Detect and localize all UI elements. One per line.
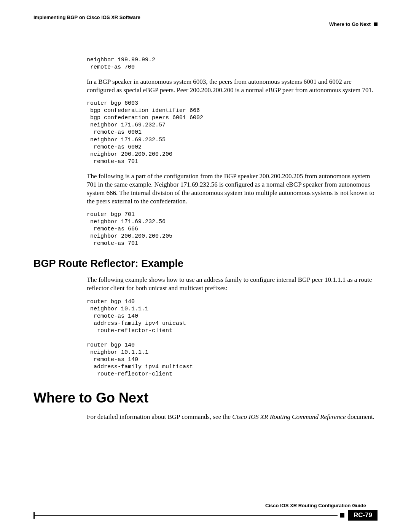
major-heading: Where to Go Next [33, 390, 378, 406]
text-run: document. [346, 413, 375, 420]
header-chapter: Implementing BGP on Cisco IOS XR Softwar… [33, 14, 378, 20]
header-topic-block: Where to Go Next [329, 21, 378, 27]
text-run: For detailed information about BGP comma… [87, 413, 232, 420]
page-number: RC-79 [348, 510, 378, 521]
body-paragraph: In a BGP speaker in autonomous system 60… [87, 78, 378, 94]
square-icon [340, 513, 344, 518]
code-block: neighbor 199.99.99.2 remote-as 700 [87, 56, 378, 71]
code-block: router bgp 6003 bgp confederation identi… [87, 100, 378, 165]
code-block: router bgp 140 neighbor 10.1.1.1 remote-… [87, 298, 378, 378]
header-topic: Where to Go Next [329, 21, 371, 27]
square-icon [374, 22, 378, 26]
page: Implementing BGP on Cisco IOS XR Softwar… [0, 0, 411, 532]
footer-rule [35, 515, 338, 516]
footer-guide: Cisco IOS XR Routing Configuration Guide [33, 503, 378, 508]
page-footer: Cisco IOS XR Routing Configuration Guide… [33, 503, 378, 521]
body-paragraph: The following example shows how to use a… [87, 276, 378, 292]
italic-title: Cisco IOS XR Routing Command Reference [232, 413, 346, 420]
section-heading: BGP Route Reflector: Example [33, 258, 378, 270]
code-block: router bgp 701 neighbor 171.69.232.56 re… [87, 211, 378, 247]
body-paragraph: The following is a part of the configura… [87, 172, 378, 206]
body-paragraph: For detailed information about BGP comma… [87, 413, 378, 421]
footer-bar: RC-79 [33, 510, 378, 521]
header-rule [33, 22, 378, 22]
page-content: neighbor 199.99.99.2 remote-as 700 In a … [33, 30, 378, 421]
page-header: Implementing BGP on Cisco IOS XR Softwar… [33, 14, 378, 30]
